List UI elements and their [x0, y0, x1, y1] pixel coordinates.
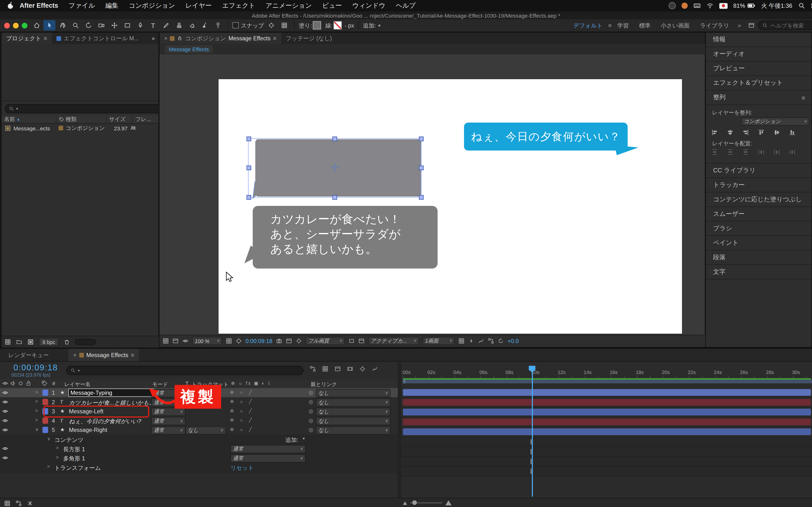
layer-switches[interactable]: ⊕ ☼ ╱: [230, 427, 254, 432]
menu-animation[interactable]: アニメーション: [260, 1, 317, 10]
panel-menu-icon[interactable]: ≡: [802, 94, 805, 101]
tab-render-queue[interactable]: レンダーキュー: [0, 349, 57, 361]
layer-duration-bar[interactable]: [403, 389, 811, 396]
parent-pickwhip-icon[interactable]: ◎: [309, 427, 313, 433]
timeline-button-icon[interactable]: [478, 338, 484, 344]
group-name[interactable]: コンテンツ: [54, 436, 84, 444]
distribute-bottom-icon[interactable]: [742, 149, 749, 156]
label-color-swatch[interactable]: [43, 427, 48, 433]
align-top-icon[interactable]: [758, 129, 765, 136]
new-folder-icon[interactable]: [16, 339, 22, 345]
close-tab-icon[interactable]: ×: [164, 35, 167, 42]
parent-pickwhip-icon[interactable]: ◎: [309, 399, 313, 405]
interpret-footage-icon[interactable]: [5, 339, 11, 345]
number-column-header[interactable]: #: [52, 381, 55, 387]
battery-indicator[interactable]: 81%: [733, 1, 755, 10]
distribute-hcenter-icon[interactable]: [773, 149, 780, 156]
keyboard-icon[interactable]: [693, 2, 701, 9]
tab-timeline-comp[interactable]: × Message Effects ≡: [68, 349, 139, 361]
column-type[interactable]: 種類: [56, 115, 106, 123]
tab-composition[interactable]: × コンポジション Message Effects ≡: [159, 33, 281, 44]
reset-transform-link[interactable]: リセット: [231, 464, 254, 472]
panel-effects-presets[interactable]: エフェクト＆プリセット: [706, 76, 812, 91]
shy-layers-icon[interactable]: [335, 366, 341, 372]
zoom-out-mountain-icon[interactable]: [403, 501, 407, 505]
app-menu-title[interactable]: After Effects: [14, 2, 63, 9]
add-menu-button[interactable]: ●: [378, 23, 381, 28]
current-timecode[interactable]: 0:00:09:18: [13, 363, 58, 373]
blend-mode-dropdown[interactable]: 通常∨: [151, 427, 185, 435]
track-matte-dropdown[interactable]: なし∨: [185, 427, 226, 435]
window-titlebar[interactable]: Adobe After Effects - /Users/mikiomakino…: [0, 11, 812, 19]
selection-handle[interactable]: [247, 137, 251, 141]
camera-view-dropdown[interactable]: アクティブカ...∨: [368, 337, 419, 345]
work-area-bar[interactable]: [403, 380, 812, 383]
panel-cc-libraries[interactable]: CC ライブラリ: [706, 163, 812, 178]
zoom-slider-track[interactable]: [410, 502, 442, 503]
snap-guides-icon[interactable]: [278, 20, 290, 31]
parent-dropdown[interactable]: なし∨: [316, 408, 391, 416]
panel-content-aware-fill[interactable]: コンテンツに応じた塗りつぶし: [706, 192, 812, 207]
reset-exposure-icon[interactable]: [498, 338, 504, 344]
parent-column-header[interactable]: 親とリンク: [311, 381, 337, 388]
comp-flowchart-icon[interactable]: [488, 338, 494, 344]
distribute-vcenter-icon[interactable]: [726, 149, 734, 156]
menubar-clock[interactable]: 火 午後1:36: [761, 2, 793, 10]
expander-icon[interactable]: >: [56, 455, 58, 460]
eye-icon[interactable]: [2, 455, 8, 461]
tab-footage[interactable]: フッテージ (なし): [281, 33, 337, 44]
close-tab-icon[interactable]: ×: [73, 352, 77, 358]
panel-paragraph[interactable]: 段落: [706, 250, 812, 265]
layer-switches[interactable]: ⊕ ☼ ╱: [230, 417, 254, 422]
eraser-tool[interactable]: [186, 20, 198, 31]
parent-dropdown[interactable]: なし∨: [316, 398, 391, 406]
eye-column-icon[interactable]: [2, 380, 8, 387]
layer-duration-bar[interactable]: [403, 399, 811, 406]
minimize-window-button[interactable]: [13, 22, 19, 28]
anchor-point-indicator[interactable]: [331, 163, 340, 172]
blue-speech-bubble[interactable]: ねぇ、今日の夕食何がいい？: [464, 123, 627, 151]
workspace-small-screen[interactable]: 小さい画面: [656, 21, 694, 29]
zoom-window-button[interactable]: [22, 22, 28, 28]
layer-name-edit-field[interactable]: [68, 388, 154, 397]
selection-handle[interactable]: [247, 195, 251, 200]
layer-duration-bar[interactable]: [403, 409, 811, 415]
panel-preview[interactable]: プレビュー: [706, 62, 812, 76]
panel-brushes[interactable]: ブラシ: [706, 221, 812, 236]
workspace-standard[interactable]: 標準: [635, 21, 655, 29]
panel-menu-icon[interactable]: ≡: [273, 35, 276, 42]
help-search-box[interactable]: [758, 21, 812, 30]
exposure-value[interactable]: +0.0: [507, 338, 519, 344]
lock-icon[interactable]: [177, 36, 183, 41]
timeline-search-box[interactable]: ▾: [66, 366, 303, 375]
parent-pickwhip-icon[interactable]: ◎: [309, 390, 313, 395]
timeline-divider[interactable]: [398, 362, 401, 498]
graph-editor-icon[interactable]: [372, 366, 378, 372]
align-target-dropdown[interactable]: コンポジション∨: [741, 117, 809, 125]
distribute-right-icon[interactable]: [789, 149, 796, 156]
label-color-swatch[interactable]: [43, 390, 48, 396]
help-search-input[interactable]: [769, 22, 812, 29]
selection-tool[interactable]: [44, 20, 55, 31]
parent-dropdown[interactable]: なし∨: [316, 417, 391, 425]
layer-name-column-header[interactable]: レイヤー名: [64, 381, 91, 388]
parent-dropdown[interactable]: なし∨: [316, 389, 391, 397]
label-column-icon[interactable]: [41, 380, 48, 387]
rotation-tool[interactable]: [83, 20, 94, 31]
view-layout-dropdown[interactable]: 1画面∨: [423, 337, 455, 345]
fast-preview-icon[interactable]: [468, 338, 474, 344]
align-bottom-icon[interactable]: [789, 129, 796, 136]
layer-duration-bar[interactable]: [403, 418, 811, 426]
home-tool[interactable]: [31, 20, 42, 31]
playhead-line[interactable]: [532, 366, 533, 497]
region-of-interest-icon[interactable]: [236, 338, 242, 344]
camera-tool[interactable]: [95, 20, 107, 31]
expander-icon[interactable]: >: [35, 399, 38, 404]
search-options-caret[interactable]: ▾: [16, 106, 18, 111]
panel-menu-icon[interactable]: ≡: [44, 35, 47, 42]
type-tool[interactable]: T: [147, 20, 159, 31]
apple-logo-icon[interactable]: [6, 1, 14, 10]
menu-layer[interactable]: レイヤー: [180, 1, 217, 10]
frame-blending-icon[interactable]: [347, 366, 353, 372]
fill-color-swatch[interactable]: [313, 21, 321, 30]
